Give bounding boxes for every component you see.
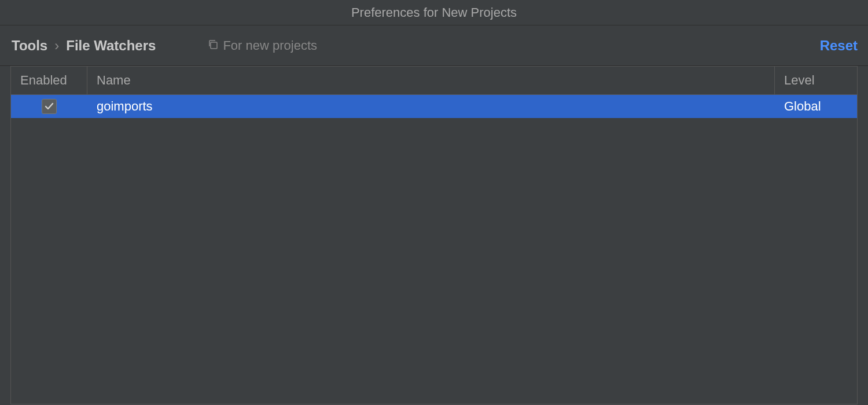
cell-enabled [11, 95, 87, 118]
column-header-level[interactable]: Level [775, 67, 857, 94]
scope-label: For new projects [223, 38, 317, 53]
column-header-enabled[interactable]: Enabled [11, 67, 87, 94]
cell-level: Global [775, 95, 857, 118]
copy-icon [208, 38, 218, 53]
breadcrumb-leaf: File Watchers [66, 38, 156, 54]
window-titlebar: Preferences for New Projects [0, 0, 868, 25]
breadcrumb-root[interactable]: Tools [12, 38, 47, 54]
table-row[interactable]: goimports Global [11, 95, 857, 118]
header-row: Tools › File Watchers For new projects R… [0, 25, 868, 66]
content-area: Enabled Name Level goimports Global [0, 66, 868, 405]
window-title: Preferences for New Projects [351, 5, 517, 20]
enabled-checkbox[interactable] [42, 99, 57, 114]
svg-rect-0 [211, 42, 217, 49]
column-header-name[interactable]: Name [87, 67, 775, 94]
file-watchers-table: Enabled Name Level goimports Global [10, 66, 858, 404]
check-icon [44, 101, 54, 112]
breadcrumb: Tools › File Watchers [12, 38, 156, 54]
cell-name: goimports [87, 95, 775, 118]
chevron-right-icon: › [54, 38, 59, 54]
table-header: Enabled Name Level [11, 66, 857, 95]
reset-button[interactable]: Reset [820, 38, 858, 54]
scope-indicator: For new projects [208, 38, 317, 53]
